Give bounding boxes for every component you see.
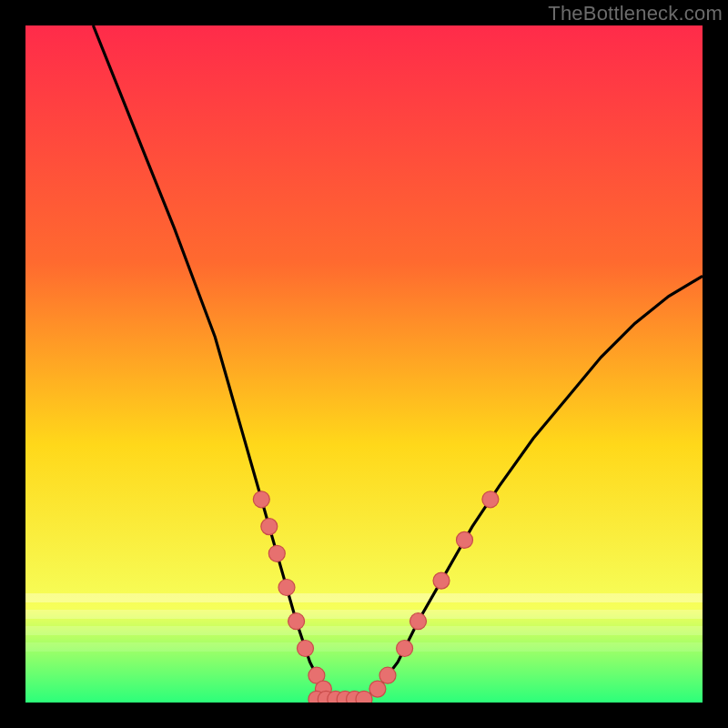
bead-marker [288, 613, 305, 630]
chart-frame [25, 25, 703, 703]
band [25, 642, 703, 652]
band [25, 593, 703, 602]
bead-marker [433, 572, 450, 589]
bead-marker [298, 641, 314, 657]
band [25, 610, 703, 619]
bead-marker [268, 545, 285, 561]
bead-marker [457, 531, 473, 548]
bead-marker [356, 691, 372, 703]
bead-marker [261, 519, 278, 535]
bead-marker [397, 641, 413, 657]
chart-plot [25, 25, 703, 703]
bead-marker [379, 667, 396, 683]
bead-marker [253, 491, 269, 508]
band [25, 626, 703, 635]
bead-marker [369, 681, 386, 697]
watermark-text: TheBottleneck.com [548, 2, 723, 25]
bead-marker [278, 580, 295, 596]
chart-svg [25, 25, 703, 703]
bead-marker [410, 613, 427, 630]
bead-marker [482, 491, 499, 508]
